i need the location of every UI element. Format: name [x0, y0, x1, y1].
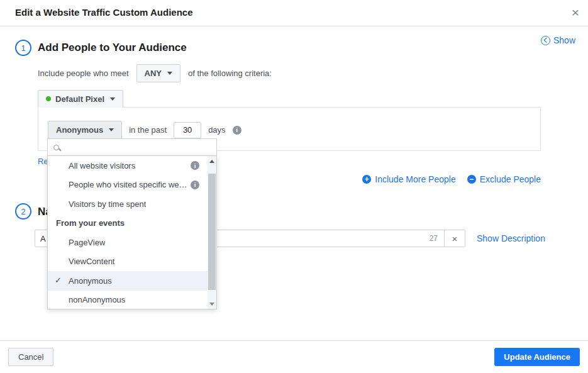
show-description-link[interactable]: Show Description [477, 233, 545, 243]
dropdown-group-from-your-events: From your events [48, 214, 216, 233]
chevron-left-circle-icon [541, 36, 550, 45]
update-audience-button[interactable]: Update Audience [494, 348, 580, 366]
audience-actions-row: + Include More People − Exclude People [362, 174, 541, 184]
match-type-dropdown[interactable]: ANY [136, 64, 180, 82]
char-count: 27 [423, 230, 444, 247]
info-icon[interactable]: i [191, 181, 199, 189]
exclude-people-link[interactable]: − Exclude People [467, 174, 541, 184]
dropdown-option-all-website-visitors[interactable]: All website visitors i [48, 156, 216, 175]
step-2-number: 2 [15, 203, 31, 220]
criteria-rule-row: Anonymous in the past days i [48, 121, 241, 139]
scrollbar-up-icon[interactable] [208, 157, 216, 165]
include-more-people-link[interactable]: + Include More People [362, 174, 455, 184]
criteria-prefix: Include people who meet [38, 69, 129, 78]
close-icon[interactable]: × [572, 4, 579, 21]
chevron-down-icon [109, 128, 114, 131]
event-selector-dropdown[interactable]: Anonymous [48, 121, 122, 139]
cancel-button[interactable]: Cancel [8, 348, 53, 366]
dropdown-option-viewcontent[interactable]: ViewContent [48, 252, 216, 272]
modal-footer: Cancel Update Audience [0, 340, 588, 373]
event-dropdown-panel: All website visitors i People who visite… [47, 138, 217, 309]
active-pixel-status-icon [46, 96, 51, 101]
pixel-selector-dropdown[interactable]: Default Pixel [38, 90, 123, 108]
days-label: days [208, 125, 225, 135]
checkmark-icon: ✓ [55, 276, 62, 285]
modal-title: Edit a Website Traffic Custom Audience [15, 7, 193, 18]
dropdown-options-list: All website visitors i People who visite… [47, 156, 217, 309]
modal-header: Edit a Website Traffic Custom Audience × [0, 0, 588, 26]
show-toggle-label: Show [553, 35, 575, 45]
dropdown-option-nonanonymous[interactable]: nonAnonymous [48, 291, 216, 310]
info-icon[interactable]: i [191, 161, 199, 170]
info-icon[interactable]: i [233, 126, 241, 135]
chevron-down-icon [110, 97, 115, 101]
in-the-past-label: in the past [129, 125, 167, 135]
scrollbar-thumb[interactable] [208, 174, 216, 290]
minus-circle-icon: − [467, 175, 476, 184]
dropdown-search-box[interactable] [47, 138, 217, 156]
dropdown-option-pageview[interactable]: PageView [48, 233, 216, 252]
search-icon [53, 145, 59, 150]
show-toggle-link[interactable]: Show [541, 35, 575, 45]
criteria-sentence: Include people who meet ANY of the follo… [38, 64, 272, 82]
chevron-down-icon [167, 72, 172, 75]
scrollbar-down-icon[interactable] [208, 299, 216, 308]
pixel-selector-label: Default Pixel [55, 94, 104, 104]
dropdown-option-visitors-by-time-spent[interactable]: Visitors by time spent [48, 194, 216, 214]
step-1-title: Add People to Your Audience [38, 42, 187, 54]
dropdown-scrollbar[interactable] [208, 156, 216, 309]
clear-name-icon[interactable]: × [444, 230, 465, 247]
plus-circle-icon: + [362, 175, 371, 184]
dropdown-option-anonymous[interactable]: ✓ Anonymous [48, 271, 216, 291]
criteria-suffix: of the following criteria: [188, 69, 272, 78]
step-1-number: 1 [15, 40, 31, 56]
edit-audience-modal: Edit a Website Traffic Custom Audience ×… [0, 0, 588, 373]
dropdown-option-people-who-visited[interactable]: People who visited specific web ... i [48, 175, 216, 195]
days-input[interactable] [174, 122, 201, 138]
